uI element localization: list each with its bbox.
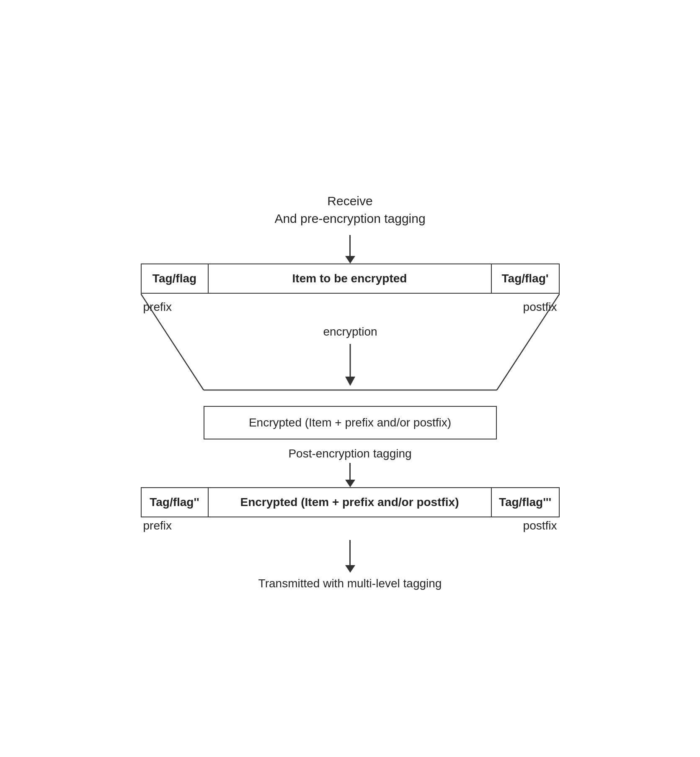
bottom-row-box: Tag/flag'' Encrypted (Item + prefix and/…	[141, 487, 560, 517]
svg-text:encryption: encryption	[323, 325, 377, 338]
post-encryption-label: Post-encryption tagging	[288, 447, 411, 460]
final-arrow	[345, 540, 355, 573]
svg-line-1	[497, 294, 560, 390]
arrow-to-bottom-box	[345, 463, 355, 487]
svg-line-0	[141, 294, 204, 390]
bottom-postfix-label: postfix	[523, 519, 557, 532]
bottom-cell-tag-right: Tag/flag'''	[492, 488, 559, 517]
bottom-prefix-label: prefix	[143, 519, 172, 532]
top-row-box: Tag/flag Item to be encrypted Tag/flag'	[141, 264, 560, 294]
top-cell-tag-right: Tag/flag'	[492, 264, 559, 293]
bottom-cell-tag-left: Tag/flag''	[142, 488, 209, 517]
final-label: Transmitted with multi-level tagging	[258, 577, 442, 590]
funnel-shape: encryption	[141, 294, 560, 403]
top-cell-tag-left: Tag/flag	[142, 264, 209, 293]
arrow-to-top-box	[345, 235, 355, 264]
svg-marker-7	[345, 377, 355, 386]
diagram-container: Receive And pre-encryption tagging Tag/f…	[120, 167, 581, 590]
bottom-cell-item: Encrypted (Item + prefix and/or postfix)	[209, 488, 492, 517]
top-cell-item: Item to be encrypted	[209, 264, 492, 293]
top-label: Receive And pre-encryption tagging	[274, 192, 425, 227]
middle-encrypted-box: Encrypted (Item + prefix and/or postfix)	[204, 406, 497, 439]
bottom-prefix-postfix-row: prefix postfix	[141, 517, 560, 532]
